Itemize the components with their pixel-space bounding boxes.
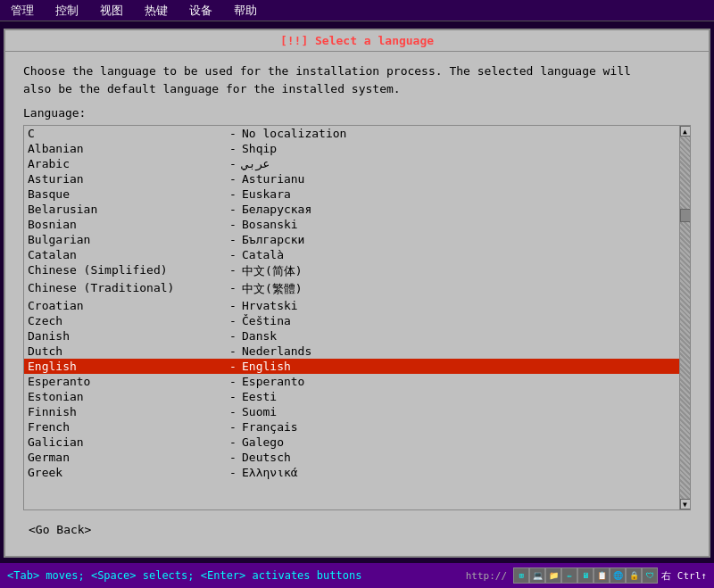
taskbar-icon-6[interactable]: 📋 (594, 567, 610, 584)
lang-native: Shqip (242, 142, 277, 155)
menu-control[interactable]: 控制 (52, 3, 82, 19)
lang-native: Nederlands (242, 344, 311, 358)
language-row[interactable]: Albanian-Shqip (24, 141, 679, 156)
lang-native: 中文(简体) (242, 263, 303, 279)
language-row[interactable]: C-No localization (24, 126, 679, 141)
statusbar-text: <Tab> moves; <Space> selects; <Enter> ac… (7, 569, 361, 582)
lang-name: Bosnian (28, 218, 224, 231)
description-text: Choose the language to be used for the i… (23, 62, 691, 97)
language-row[interactable]: Bosnian-Bosanski (24, 217, 679, 232)
language-row[interactable]: Galician-Galego (24, 435, 679, 450)
lang-name: Chinese (Traditional) (28, 281, 224, 297)
taskbar-icon-5[interactable]: 🖥 (577, 567, 594, 584)
language-row[interactable]: Bulgarian-Български (24, 232, 679, 247)
lang-native: Bosanski (242, 218, 298, 231)
lang-name: Finnish (28, 405, 224, 418)
scroll-down-button[interactable]: ▼ (680, 499, 691, 509)
language-label: Language: (23, 106, 691, 120)
lang-name: Croatian (28, 299, 224, 312)
taskbar-icon-9[interactable]: 🛡 (642, 567, 658, 584)
taskbar-icon-4[interactable]: ✏ (561, 567, 577, 584)
language-row[interactable]: Basque-Euskara (24, 186, 679, 202)
taskbar-icon-3[interactable]: 📁 (545, 567, 561, 584)
lang-dash: - (224, 263, 242, 279)
statusbar: <Tab> moves; <Space> selects; <Enter> ac… (0, 563, 714, 588)
lang-dash: - (224, 420, 242, 434)
description-line1: Choose the language to be used for the i… (23, 62, 691, 80)
language-row[interactable]: French-Français (24, 419, 679, 435)
menu-help[interactable]: 帮助 (230, 3, 261, 19)
language-row[interactable]: Dutch-Nederlands (24, 344, 679, 359)
menu-manage[interactable]: 管理 (7, 3, 37, 19)
language-row[interactable]: Chinese (Traditional)-中文(繁體) (24, 280, 679, 298)
lang-name: French (28, 420, 224, 434)
taskbar-icon-8[interactable]: 🔒 (626, 567, 642, 584)
taskbar-icon-2[interactable]: 💻 (529, 567, 545, 584)
lang-name: Belarusian (28, 203, 224, 216)
lang-native: Suomi (242, 405, 277, 418)
lang-dash: - (224, 172, 242, 186)
lang-native: Čeština (242, 314, 291, 327)
lang-name: Greek (28, 466, 224, 479)
lang-dash: - (224, 127, 242, 140)
lang-native: Euskara (242, 187, 291, 201)
lang-dash: - (224, 203, 242, 216)
lang-native: Deutsch (242, 451, 291, 464)
language-row[interactable]: Esperanto-Esperanto (24, 374, 679, 389)
lang-name: Czech (28, 314, 224, 327)
taskbar-icon-1[interactable]: ⊞ (513, 567, 529, 584)
language-row[interactable]: Danish-Dansk (24, 328, 679, 344)
language-row[interactable]: Belarusian-Беларуская (24, 202, 679, 217)
language-row[interactable]: Croatian-Hrvatski (24, 298, 679, 313)
lang-name: Galician (28, 435, 224, 449)
menu-hotkeys[interactable]: 热键 (141, 3, 171, 19)
lang-native: Беларуская (242, 203, 311, 216)
language-row[interactable]: Finnish-Suomi (24, 404, 679, 419)
language-row[interactable]: Arabic-عربي (24, 156, 679, 171)
terminal-window: [!!] Select a language Choose the langua… (4, 29, 710, 558)
lang-name: Dutch (28, 344, 224, 358)
go-back-button[interactable]: <Go Back> (23, 521, 691, 538)
lang-dash: - (224, 218, 242, 231)
language-row[interactable]: Estonian-Eesti (24, 389, 679, 404)
lang-name: English (28, 360, 224, 373)
lang-native: Galego (242, 435, 284, 449)
lang-dash: - (224, 142, 242, 155)
language-row[interactable]: Czech-Čeština (24, 313, 679, 328)
menu-view[interactable]: 视图 (96, 3, 127, 19)
lang-native: English (242, 360, 291, 373)
language-row[interactable]: English-English (24, 359, 679, 374)
dialog-content: Choose the language to be used for the i… (5, 52, 709, 549)
lang-native: عربي (242, 157, 270, 170)
lang-native: Ελληνικά (242, 466, 298, 479)
menu-devices[interactable]: 设备 (186, 3, 216, 19)
scroll-track (680, 137, 691, 499)
language-row[interactable]: German-Deutsch (24, 450, 679, 465)
lang-name: Esperanto (28, 375, 224, 388)
lang-name: Arabic (28, 157, 224, 170)
menubar: 管理 控制 视图 热键 设备 帮助 (0, 0, 714, 21)
lang-name: Bulgarian (28, 233, 224, 246)
lang-native: Hrvatski (242, 299, 298, 312)
lang-dash: - (224, 281, 242, 297)
language-row[interactable]: Asturian-Asturianu (24, 171, 679, 186)
scroll-thumb[interactable] (680, 209, 691, 222)
language-row[interactable]: Greek-Ελληνικά (24, 465, 679, 480)
language-list: C-No localizationAlbanian-ShqipArabic-عر… (24, 126, 679, 509)
lang-dash: - (224, 299, 242, 312)
lang-native: Esperanto (242, 375, 304, 388)
taskbar-icon-7[interactable]: 🌐 (610, 567, 626, 584)
description-line2: also be the default language for the ins… (23, 80, 691, 98)
language-row[interactable]: Chinese (Simplified)-中文(简体) (24, 262, 679, 280)
dialog-titlebar: [!!] Select a language (5, 30, 709, 52)
language-row[interactable]: Catalan-Català (24, 247, 679, 262)
lang-name: Danish (28, 329, 224, 343)
lang-name: Catalan (28, 248, 224, 261)
lang-name: Chinese (Simplified) (28, 263, 224, 279)
lang-dash: - (224, 233, 242, 246)
lang-name: Estonian (28, 390, 224, 403)
lang-name: Basque (28, 187, 224, 201)
lang-name: Albanian (28, 142, 224, 155)
scroll-up-button[interactable]: ▲ (680, 126, 691, 137)
scrollbar: ▲ ▼ (679, 126, 690, 509)
